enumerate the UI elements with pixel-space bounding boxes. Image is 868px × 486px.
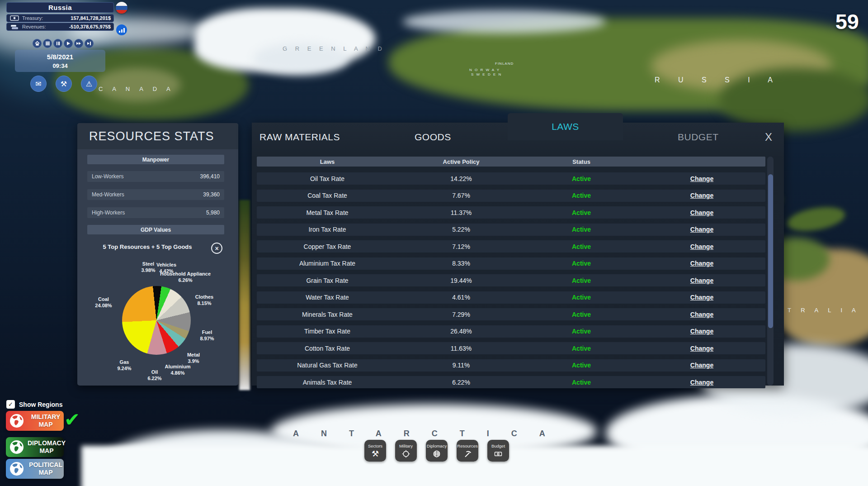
chart-close-button[interactable]: × — [211, 243, 222, 254]
military-button[interactable]: Military — [395, 440, 417, 462]
alerts-button[interactable]: ⚠ — [81, 76, 97, 92]
change-link[interactable]: Change — [638, 260, 765, 267]
game-time: 09:34 — [52, 62, 67, 69]
table-row: Oil Tax Rate14.22%ActiveChange — [257, 172, 765, 185]
close-panel-button[interactable]: X — [765, 131, 772, 143]
change-link[interactable]: Change — [638, 277, 765, 284]
globe-icon — [9, 461, 25, 477]
play-icon — [67, 42, 70, 45]
new-guinea-landmass — [785, 203, 847, 235]
hammer-wrench-icon: ⚒ — [372, 449, 379, 458]
change-link[interactable]: Change — [638, 175, 765, 182]
diplomacy-button[interactable]: Diplomacy — [426, 440, 448, 462]
stats-icon[interactable] — [116, 24, 127, 35]
status-badge: Active — [524, 209, 638, 216]
score-counter: 59 — [835, 9, 859, 34]
column-status: Status — [524, 158, 638, 165]
table-row: Water Tax Rate4.61%ActiveChange — [257, 291, 765, 304]
home-button[interactable] — [33, 39, 42, 48]
game-date: 5/8/2021 — [47, 53, 73, 61]
tab-budget[interactable]: BUDGET — [678, 123, 719, 152]
pause-icon — [57, 42, 60, 45]
status-badge: Active — [524, 362, 638, 369]
status-badge: Active — [524, 294, 638, 301]
banknote-icon — [9, 15, 19, 21]
globe-grid-icon — [432, 449, 441, 458]
status-badge: Active — [524, 260, 638, 267]
skip-button[interactable] — [85, 39, 94, 48]
globe-icon — [9, 413, 25, 429]
banknote-icon — [494, 449, 503, 458]
change-link[interactable]: Change — [638, 311, 765, 318]
scrollbar-thumb[interactable] — [768, 174, 773, 328]
fast-forward-button[interactable] — [74, 39, 83, 48]
revenues-label: Revenues: — [22, 24, 66, 29]
change-link[interactable]: Change — [638, 192, 765, 199]
pie-label: Household Appliance6.26% — [160, 271, 211, 284]
table-row: Metal Tax Rate11.37%ActiveChange — [257, 206, 765, 219]
map-label-norway: N O R W A Y — [469, 68, 500, 72]
playback-controls — [33, 39, 94, 48]
tab-goods[interactable]: GOODS — [415, 123, 451, 152]
column-active-policy: Active Policy — [398, 158, 524, 165]
revenues-row: Revenues: -510,378,675,975$ — [6, 23, 114, 31]
change-link[interactable]: Change — [638, 345, 765, 352]
russia-flag-icon[interactable] — [116, 2, 127, 14]
manpower-row: Med-Workers 39,360 — [87, 189, 224, 200]
resources-button[interactable]: Resources — [457, 440, 478, 462]
status-badge: Active — [524, 277, 638, 284]
pie-label: Metal3.9% — [187, 352, 200, 365]
country-name-bar: Russia — [6, 2, 114, 13]
tab-raw-materials[interactable]: RAW MATERIALS — [259, 123, 340, 152]
budget-button[interactable]: Budget — [487, 440, 509, 462]
pie-label: Clothes8.15% — [195, 294, 213, 307]
sectors-button[interactable]: Sectors ⚒ — [364, 440, 386, 462]
resources-stats-panel: RESOURCES STATS Manpower Low-Workers 396… — [77, 123, 238, 386]
datetime-panel: 5/8/2021 09:34 — [15, 50, 105, 72]
pie-chart-title: 5 Top Resources + 5 Top Goods — [91, 243, 204, 250]
treasury-value: 157,841,728,201$ — [71, 15, 111, 21]
change-link[interactable]: Change — [638, 294, 765, 301]
change-link[interactable]: Change — [638, 243, 765, 250]
military-map-button[interactable]: MILITARY MAP — [6, 411, 64, 431]
menu-button[interactable] — [43, 39, 52, 48]
tab-laws[interactable]: LAWS — [508, 113, 623, 140]
close-icon: × — [215, 245, 218, 252]
change-link[interactable]: Change — [638, 328, 765, 335]
table-row: Grain Tax Rate19.44%ActiveChange — [257, 274, 765, 286]
table-row: Coal Tax Rate7.67%ActiveChange — [257, 190, 765, 202]
menu-icon — [46, 42, 50, 45]
change-link[interactable]: Change — [638, 362, 765, 369]
show-regions-checkbox[interactable]: ✓ — [6, 400, 15, 409]
change-link[interactable]: Change — [638, 379, 765, 386]
map-label-russia: R U S S I A — [655, 76, 781, 84]
change-link[interactable]: Change — [638, 226, 765, 233]
skip-icon — [87, 42, 90, 45]
change-link[interactable]: Change — [638, 209, 765, 216]
messages-button[interactable]: ✉ — [30, 76, 47, 92]
play-button[interactable] — [64, 39, 73, 48]
treasury-row: Treasury: 157,841,728,201$ — [6, 14, 114, 22]
diplomacy-map-button[interactable]: DIPLOMACY MAP — [6, 437, 64, 457]
column-laws: Laws — [257, 158, 398, 165]
table-row: Aluminium Tax Rate8.33%ActiveChange — [257, 257, 765, 270]
political-map-button[interactable]: POLITICAL MAP — [6, 459, 64, 479]
treasury-label: Treasury: — [22, 15, 68, 21]
status-badge: Active — [524, 345, 638, 352]
table-row: Copper Tax Rate7.12%ActiveChange — [257, 240, 765, 253]
laws-panel: LAWS RAW MATERIALS GOODS BUDGET X Laws A… — [252, 123, 784, 386]
crosshair-icon — [401, 449, 410, 458]
map-label-australia: T R A L I A — [788, 307, 860, 314]
construction-button[interactable]: ⚒ — [56, 76, 72, 92]
pie-label: Fuel8.97% — [200, 329, 214, 342]
game-screen: G R E E N L A N D C A N A D A R U S S I … — [0, 0, 868, 486]
pause-button[interactable] — [53, 39, 62, 48]
table-scrollbar[interactable] — [767, 157, 774, 386]
selected-check-icon: ✔ — [64, 409, 80, 431]
status-badge: Active — [524, 243, 638, 250]
map-label-canada: C A N A D A — [99, 86, 175, 92]
bottom-dock: Sectors ⚒ Military Diplomacy Resources B… — [364, 440, 509, 462]
status-badge: Active — [524, 379, 638, 386]
south-america-strip — [239, 200, 250, 390]
status-badge: Active — [524, 226, 638, 233]
